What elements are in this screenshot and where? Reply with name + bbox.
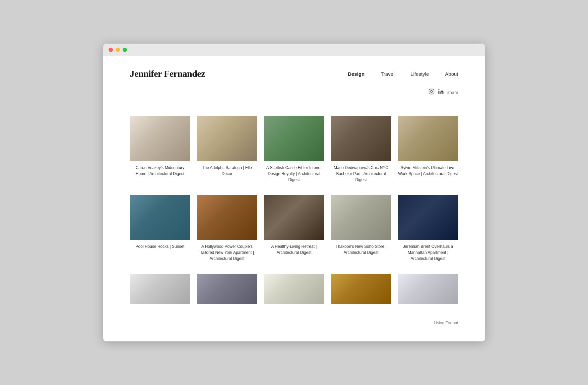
page-content: Jennifer Fernandez Design Travel Lifesty… [103, 56, 485, 341]
header-top-row: Jennifer Fernandez Design Travel Lifesty… [103, 56, 485, 79]
social-row: share [429, 89, 458, 96]
grid-item-11[interactable] [130, 274, 190, 307]
grid-item-9[interactable]: Thakoon's New Soho Store | Architectural… [331, 195, 391, 262]
site-nav: Design Travel Lifestyle About [348, 71, 458, 77]
grid-item-2[interactable]: The Adelphi, Saratoga | Elle Decor [197, 116, 257, 183]
grid-item-title-10: Jeremiah Brent Overhauls a Manhattan Apa… [398, 243, 458, 262]
site-title: Jennifer Fernandez [130, 68, 205, 79]
svg-rect-3 [438, 91, 439, 94]
svg-point-1 [431, 91, 433, 93]
grid-item-3[interactable]: A Scottish Castle Fit for Interior Desig… [264, 116, 324, 183]
grid-item-title-7: A Hollywood Power Couple's Tailored New … [197, 243, 257, 262]
grid-item-15[interactable] [398, 274, 458, 307]
linkedin-icon[interactable] [438, 89, 444, 96]
grid-item-7[interactable]: A Hollywood Power Couple's Tailored New … [197, 195, 257, 262]
svg-rect-0 [429, 89, 434, 94]
nav-item-travel[interactable]: Travel [381, 71, 394, 77]
using-format-link[interactable]: Using Format [103, 321, 485, 329]
grid-item-title-6: Pool House Rocks | Sunset [130, 243, 190, 250]
grid-row-3 [130, 274, 458, 307]
maximize-button[interactable] [123, 48, 127, 52]
grid-item-title-2: The Adelphi, Saratoga | Elle Decor [197, 165, 257, 177]
instagram-icon[interactable] [429, 89, 435, 96]
grid-item-13[interactable] [264, 274, 324, 307]
grid-item-title-8: A Healthy-Living Retreat | Architectural… [264, 243, 324, 256]
grid-item-8[interactable]: A Healthy-Living Retreat | Architectural… [264, 195, 324, 262]
browser-chrome [103, 44, 485, 56]
grid-item-title-9: Thakoon's New Soho Store | Architectural… [331, 243, 391, 256]
grid-item-title-4: Mario Dedivanovic's Chic NYC Bachelor Pa… [331, 165, 391, 183]
svg-point-2 [433, 90, 433, 90]
grid-item-12[interactable] [197, 274, 257, 307]
grid-item-6[interactable]: Pool House Rocks | Sunset [130, 195, 190, 262]
grid-item-1[interactable]: Caron Veazey's Midcentury Home | Archite… [130, 116, 190, 183]
close-button[interactable] [109, 48, 113, 52]
svg-point-4 [438, 89, 439, 90]
grid-row-1: Caron Veazey's Midcentury Home | Archite… [130, 116, 458, 183]
share-button[interactable]: share [447, 90, 458, 95]
nav-item-about[interactable]: About [445, 71, 458, 77]
header-bottom-row: share [103, 79, 485, 103]
nav-item-design[interactable]: Design [348, 71, 365, 77]
grid-item-14[interactable] [331, 274, 391, 307]
minimize-button[interactable] [116, 48, 120, 52]
grid-item-5[interactable]: Sylvie Millstein's Ultimate Live-Work Sp… [398, 116, 458, 183]
grid-item-4[interactable]: Mario Dedivanovic's Chic NYC Bachelor Pa… [331, 116, 391, 183]
grid-item-title-1: Caron Veazey's Midcentury Home | Archite… [130, 165, 190, 177]
grid-row-2: Pool House Rocks | Sunset A Hollywood Po… [130, 195, 458, 262]
grid-item-title-3: A Scottish Castle Fit for Interior Desig… [264, 165, 324, 183]
nav-item-lifestyle[interactable]: Lifestyle [410, 71, 429, 77]
grid-item-title-5: Sylvie Millstein's Ultimate Live-Work Sp… [398, 165, 458, 177]
grid-container: Caron Veazey's Midcentury Home | Archite… [103, 103, 485, 321]
browser-window: Jennifer Fernandez Design Travel Lifesty… [103, 44, 485, 341]
grid-item-10[interactable]: Jeremiah Brent Overhauls a Manhattan Apa… [398, 195, 458, 262]
